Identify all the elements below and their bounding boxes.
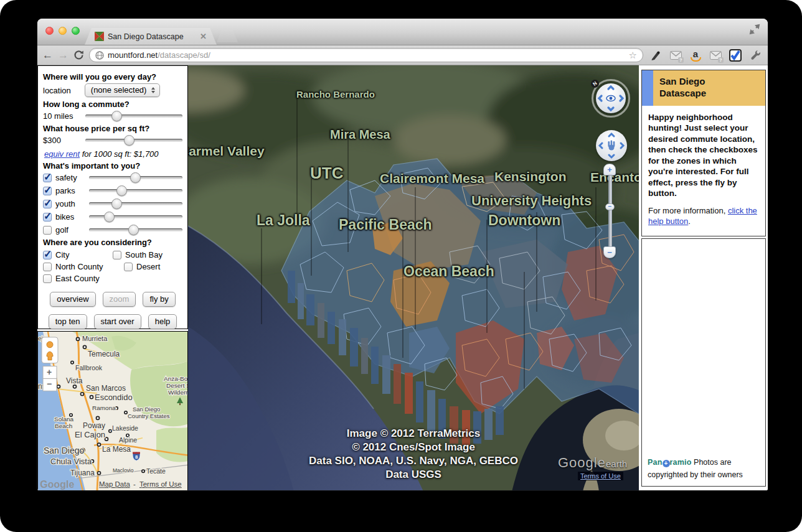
topten-button[interactable]: top ten — [49, 314, 87, 329]
minimap-canvas[interactable]: Murrieta Temecula Fallbrook Vista nside … — [38, 332, 187, 490]
bikes-slider[interactable] — [89, 212, 182, 222]
overview-button[interactable]: overview — [50, 292, 95, 307]
zoom-out-button[interactable]: − — [603, 246, 616, 258]
back-button[interactable]: ← — [42, 50, 53, 60]
safety-slider-thumb[interactable] — [130, 172, 141, 183]
minimap-map-data-link[interactable]: Map Data — [99, 480, 130, 488]
url-bar[interactable]: mountford.net /datascape/sd/ ☆ — [89, 48, 643, 62]
minimap-city-label: Fallbrook — [75, 365, 103, 371]
zone-desert[interactable]: Desert — [124, 262, 182, 271]
browser-titlebar: San Diego Datascape ✕ — [37, 19, 768, 45]
zoom-in-button[interactable]: + — [603, 164, 616, 175]
overview-minimap[interactable]: Murrieta Temecula Fallbrook Vista nside … — [37, 331, 188, 490]
svg-text:-: - — [133, 480, 136, 488]
mail-extension-icon-2[interactable]: ? — [708, 49, 723, 62]
zoom-window-button[interactable] — [72, 27, 80, 35]
zoom-slider-handle[interactable]: − — [605, 203, 615, 210]
look-joystick[interactable]: N — [592, 79, 630, 118]
svg-text:8: 8 — [135, 454, 138, 460]
new-tab-button[interactable] — [217, 30, 238, 42]
location-label: location — [43, 86, 71, 95]
mail-extension-icon-1[interactable]: ? — [668, 49, 683, 62]
minimap-city-label: Temecula — [88, 350, 120, 358]
safety-slider[interactable] — [89, 172, 182, 183]
amazon-extension-icon[interactable]: a — [688, 49, 703, 62]
bikes-slider-thumb[interactable] — [104, 212, 115, 222]
location-select[interactable]: (none selected) — [85, 83, 161, 97]
minimap-city-label: Tijuana — [70, 469, 95, 477]
page-content: Where will you go every day? location (n… — [37, 65, 768, 490]
help-button[interactable]: help — [148, 314, 177, 329]
neighborhood-label: University Heights — [471, 193, 592, 209]
zoom-slider[interactable]: + − − — [603, 164, 616, 258]
parks-label: parks — [55, 186, 83, 195]
zone-city[interactable]: City — [43, 250, 113, 259]
price-slider[interactable] — [85, 135, 182, 146]
zone-east-county[interactable]: East County — [43, 274, 124, 283]
terms-of-use-link[interactable]: Terms of Use — [578, 472, 623, 480]
checkbox-south-bay[interactable] — [113, 251, 121, 259]
wrench-menu-icon[interactable] — [748, 49, 763, 62]
minimap-city-label: Maclovio — [113, 467, 134, 474]
equiv-rent-link[interactable]: equiv rent — [44, 149, 80, 159]
flyby-button[interactable]: fly by — [143, 292, 175, 307]
checkbox-bikes[interactable] — [43, 213, 52, 222]
panoramio-credit: Pan+ramio Photos are copyrighted by thei… — [648, 456, 763, 481]
fullscreen-icon[interactable] — [749, 24, 760, 35]
checkbox-city[interactable] — [43, 251, 52, 259]
commute-slider-thumb[interactable] — [111, 111, 122, 121]
minimap-city-label: Country Estates — [128, 413, 170, 419]
forward-button[interactable]: → — [58, 50, 68, 60]
checkbox-parks[interactable] — [43, 187, 52, 195]
checkbox-golf[interactable] — [43, 226, 52, 235]
golf-slider-thumb[interactable] — [128, 225, 139, 235]
question-commute: How long a commute? — [43, 100, 182, 109]
minimap-city-label: Vista — [66, 376, 83, 385]
minimap-terms-link[interactable]: Terms of Use — [139, 480, 182, 488]
minimap-zoom-in-button[interactable]: + — [43, 366, 57, 379]
checkbox-extension-icon[interactable] — [728, 49, 743, 62]
checkbox-youth[interactable] — [43, 200, 52, 208]
minimap-zoom-out-button[interactable]: − — [43, 378, 57, 391]
zoom-button[interactable]: zoom — [103, 292, 136, 307]
checkbox-desert[interactable] — [124, 263, 133, 271]
browser-tab[interactable]: San Diego Datascape ✕ — [85, 28, 217, 45]
zoom-track[interactable] — [608, 175, 612, 248]
tab-title: San Diego Datascape — [108, 32, 196, 41]
commute-value: 10 miles — [43, 111, 79, 121]
bookmark-star-icon[interactable]: ☆ — [629, 50, 637, 60]
parks-slider[interactable] — [89, 185, 182, 196]
parks-slider-thumb[interactable] — [116, 185, 127, 196]
minimap-google-logo: Google — [40, 479, 74, 490]
close-window-button[interactable] — [45, 27, 54, 35]
equiv-rent-line: equiv rent for 1000 sq ft: $1,700 — [44, 149, 182, 159]
youth-slider[interactable] — [89, 198, 182, 209]
minimap-city-label: Lakeside — [112, 425, 138, 432]
move-joystick[interactable] — [596, 130, 627, 161]
imagery-attribution: Image © 2012 TerraMetrics © 2012 Cnes/Sp… — [227, 427, 600, 482]
pen-extension-icon[interactable] — [648, 49, 663, 62]
minimap-city-label: Alpine — [119, 437, 137, 444]
controls-panel: Where will you go every day? location (n… — [37, 65, 188, 329]
price-slider-thumb[interactable] — [124, 135, 134, 146]
commute-slider[interactable] — [85, 111, 182, 121]
reload-button[interactable] — [73, 50, 84, 60]
checkbox-east-county[interactable] — [43, 274, 52, 283]
checkbox-north-county[interactable] — [43, 263, 52, 271]
earth-3d-view[interactable]: Rancho Bernardo Mira Mesa Carmel Valley … — [188, 65, 639, 490]
zone-checkboxes: City South Bay North County Desert East … — [43, 249, 182, 284]
tab-close-icon[interactable]: ✕ — [200, 32, 207, 41]
youth-slider-thumb[interactable] — [111, 198, 122, 209]
zone-north-county[interactable]: North County — [43, 262, 124, 271]
checkbox-safety[interactable] — [43, 174, 52, 182]
zone-south-bay[interactable]: South Bay — [113, 250, 182, 259]
minimap-pegman-control[interactable] — [42, 337, 58, 363]
neighborhood-label: La Jolla — [257, 212, 310, 229]
minimize-window-button[interactable] — [59, 27, 67, 35]
golf-slider[interactable] — [89, 225, 182, 235]
question-zones: Where are you considering? — [43, 238, 182, 247]
youth-label: youth — [55, 199, 83, 208]
startover-button[interactable]: start over — [94, 314, 141, 329]
neighborhood-label: Kensington — [494, 169, 567, 184]
minimap-city-label: Escondido — [95, 393, 133, 402]
